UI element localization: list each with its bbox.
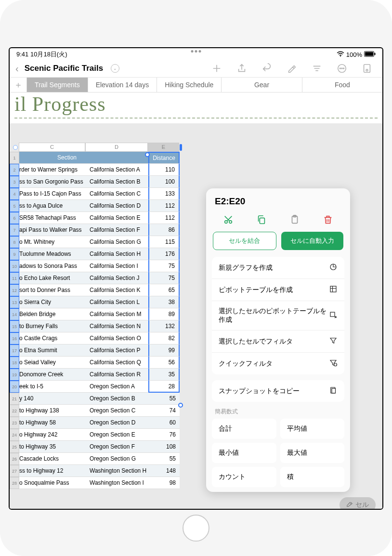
cell-distance[interactable]: 112: [148, 200, 180, 212]
row-num[interactable]: 28: [10, 477, 19, 489]
popover-item[interactable]: 選択したセルのピボットテーブルを作成: [212, 301, 344, 331]
row-num[interactable]: 27: [10, 465, 19, 477]
cell-section[interactable]: Washington Section H: [86, 465, 148, 477]
cell-section[interactable]: Oregon Section A: [86, 381, 148, 393]
cell-distance[interactable]: 148: [148, 465, 180, 477]
cell-distance[interactable]: 74: [148, 405, 180, 417]
cell-distance[interactable]: 35: [148, 369, 180, 381]
row-num[interactable]: 22: [10, 405, 19, 417]
cell-section[interactable]: Oregon Section C: [86, 405, 148, 417]
cell-trail[interactable]: Donomore Creek: [19, 369, 86, 381]
merge-cells-button[interactable]: セルを結合: [213, 232, 276, 250]
cell-trail[interactable]: o Etna Summit: [19, 344, 86, 357]
sort-icon[interactable]: [311, 63, 323, 74]
cell-trail[interactable]: to Highway 138: [19, 405, 86, 417]
col-e[interactable]: E: [148, 143, 179, 152]
cell-trail[interactable]: adows to Sonora Pass: [19, 260, 86, 272]
back-button[interactable]: ‹: [15, 63, 19, 74]
cell-distance[interactable]: 75: [148, 272, 180, 284]
cell-section[interactable]: California Section J: [86, 272, 148, 284]
cell-trail[interactable]: y 140: [19, 393, 86, 405]
formula-chip[interactable]: 合計: [212, 419, 276, 439]
cell-distance[interactable]: 86: [148, 224, 180, 236]
cell-section[interactable]: California Section N: [86, 320, 148, 332]
cell-section[interactable]: Washington Section I: [86, 477, 148, 489]
row-num[interactable]: 19: [10, 369, 19, 381]
row-num[interactable]: 20: [10, 381, 19, 393]
cell-distance[interactable]: 115: [148, 236, 180, 248]
cell-distance[interactable]: 38: [148, 296, 180, 308]
document-dropdown[interactable]: ⌄: [111, 64, 119, 73]
formula-chip[interactable]: 積: [280, 467, 345, 487]
row-num[interactable]: 11: [10, 272, 19, 284]
row-num[interactable]: 4: [10, 188, 19, 200]
row-num[interactable]: 12: [10, 284, 19, 296]
cell-trail[interactable]: ss to Agua Dulce: [19, 200, 86, 212]
cell-distance[interactable]: 176: [148, 248, 180, 260]
cell-distance[interactable]: 55: [148, 393, 180, 405]
col-d[interactable]: D: [85, 143, 148, 152]
cell-trail[interactable]: rder to Warner Springs: [19, 164, 86, 176]
header-distance[interactable]: Distance: [148, 152, 180, 164]
cell-trail[interactable]: o Echo Lake Resort: [19, 272, 86, 284]
cell-distance[interactable]: 133: [148, 188, 180, 200]
cell-section[interactable]: California Section C: [86, 188, 148, 200]
cell-trail[interactable]: o Mt. Whitney: [19, 236, 86, 248]
paste-icon[interactable]: [288, 213, 301, 226]
popover-item[interactable]: 選択したセルでフィルタ: [212, 331, 344, 353]
cell-trail[interactable]: o Castle Crags: [19, 332, 86, 344]
tab-elevation[interactable]: Elevation 14 days: [88, 78, 157, 92]
cell-section[interactable]: Oregon Section G: [86, 453, 148, 465]
row-num[interactable]: 23: [10, 417, 19, 429]
row-num[interactable]: 6: [10, 212, 19, 224]
cell-distance[interactable]: 108: [148, 441, 180, 453]
row-num[interactable]: 25: [10, 441, 19, 453]
cell-trail[interactable]: eek to I-5: [19, 381, 86, 393]
cell-trail[interactable]: ss to Highway 12: [19, 465, 86, 477]
cell-trail[interactable]: Tuolumne Meadows: [19, 248, 86, 260]
cell-distance[interactable]: 89: [148, 308, 180, 320]
row-num[interactable]: 17: [10, 344, 19, 357]
more-icon[interactable]: [336, 63, 348, 74]
cell-distance[interactable]: 132: [148, 320, 180, 332]
cell-section[interactable]: California Section D: [86, 200, 148, 212]
format-brush-icon[interactable]: [286, 63, 298, 74]
cell-distance[interactable]: 65: [148, 284, 180, 296]
cell-trail[interactable]: to Burney Falls: [19, 320, 86, 332]
row-num[interactable]: 24: [10, 429, 19, 441]
cell-mode-button[interactable]: セル: [340, 497, 376, 510]
tab-food[interactable]: Food: [302, 78, 382, 92]
cell-trail[interactable]: o Highway 242: [19, 429, 86, 441]
cell-distance[interactable]: 112: [148, 212, 180, 224]
formula-chip[interactable]: カウント: [212, 467, 276, 487]
row-num[interactable]: 16: [10, 332, 19, 344]
add-sheet-button[interactable]: ＋: [10, 78, 27, 92]
formula-chip[interactable]: 最大値: [280, 443, 345, 463]
row-num[interactable]: 1: [10, 152, 19, 164]
popover-item[interactable]: ピボットテーブルを作成: [212, 279, 344, 301]
cell-section[interactable]: California Section L: [86, 296, 148, 308]
table-row[interactable]: 2 rder to Warner Springs California Sect…: [10, 164, 382, 176]
header-section[interactable]: Section: [19, 152, 86, 164]
tab-schedule[interactable]: Hiking Schedule: [157, 78, 222, 92]
cell-section[interactable]: Oregon Section D: [86, 417, 148, 429]
cell-distance[interactable]: 98: [148, 477, 180, 489]
selection-handle-bottom[interactable]: [178, 403, 183, 408]
row-num[interactable]: 5: [10, 200, 19, 212]
popover-item[interactable]: スナップショットをコピー: [212, 380, 344, 402]
cell-section[interactable]: California Section Q: [86, 357, 148, 369]
cell-trail[interactable]: SR58 Tehachapi Pass: [19, 212, 86, 224]
cell-trail[interactable]: to Highway 58: [19, 417, 86, 429]
cell-trail[interactable]: Cascade Locks: [19, 453, 86, 465]
table-row[interactable]: 3 ss to San Gorgonio Pass California Sec…: [10, 176, 382, 188]
column-resize-handle[interactable]: [180, 144, 182, 151]
row-num[interactable]: 10: [10, 260, 19, 272]
tab-gear[interactable]: Gear: [222, 78, 302, 92]
cell-section[interactable]: California Section P: [86, 344, 148, 357]
cut-icon[interactable]: [222, 213, 235, 226]
cell-section[interactable]: California Section O: [86, 332, 148, 344]
row-num[interactable]: 2: [10, 164, 19, 176]
row-num[interactable]: 3: [10, 176, 19, 188]
cell-section[interactable]: California Section K: [86, 284, 148, 296]
cell-trail[interactable]: o Sierra City: [19, 296, 86, 308]
